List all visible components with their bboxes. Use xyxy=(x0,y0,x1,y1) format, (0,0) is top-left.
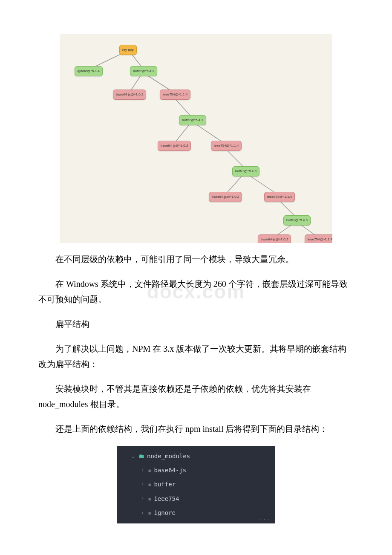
node-label: buffer@^5.4.3 xyxy=(133,69,154,73)
node-label: buffer@^5.4.3 xyxy=(182,118,203,122)
tree-node-root: my-app xyxy=(119,45,137,55)
tree-node: ignore@^5.1.4 xyxy=(75,66,103,76)
node-label: base64-js@^1.0.2 xyxy=(212,195,239,199)
tree-node: buffer@^5.4.3 xyxy=(130,66,157,76)
file-tree-item: › ▪ buffer xyxy=(117,477,275,491)
folder-label: ieee754 xyxy=(154,494,179,504)
chevron-down-icon: ⌄ xyxy=(132,452,136,461)
folder-icon: ▪ xyxy=(148,508,151,518)
tree-node: base64-js@^1.0.2 xyxy=(258,234,291,243)
chevron-right-icon: › xyxy=(141,494,145,503)
file-tree-item: › ▪ base64-js xyxy=(117,463,275,477)
tree-node: ieee754@^1.1.4 xyxy=(264,192,295,202)
tree-node: base64-js@^1.0.2 xyxy=(113,90,146,100)
tree-node: buffer@^5.4.3 xyxy=(179,115,206,125)
paragraph: 安装模块时，不管其是直接依赖还是子依赖的依赖，优先将其安装在 node_modu… xyxy=(38,381,354,412)
folder-icon: ▪ xyxy=(148,479,151,490)
node-label: ignore@^5.1.4 xyxy=(78,69,100,73)
node-label: base64-js@^1.0.2 xyxy=(261,237,288,241)
tree-node: ieee754@^1.1.4 xyxy=(305,234,332,243)
dependency-tree-diagram: my-app ignore@^5.1.4 buffer@^5.4.3 base6… xyxy=(60,34,332,243)
chevron-right-icon: › xyxy=(141,466,145,475)
paragraph: 在 Windows 系统中，文件路径最大长度为 260 个字符，嵌套层级过深可能… xyxy=(38,276,354,307)
file-tree-item: › ▪ ieee754 xyxy=(117,492,275,506)
node-label: base64-js@^1.0.2 xyxy=(116,92,143,96)
folder-icon: ▪ xyxy=(148,465,151,476)
tree-node: base64-js@^1.0.2 xyxy=(209,192,242,202)
node-label: ieee754@^1.1.4 xyxy=(308,237,332,241)
file-tree-root: ⌄ 🖿 node_modules xyxy=(117,449,275,463)
node-label: ieee754@^1.1.4 xyxy=(163,92,187,96)
folder-icon: ▪ xyxy=(148,494,151,504)
heading: 扁平结构 xyxy=(38,316,354,332)
node-label: my-app xyxy=(122,48,134,52)
image-footer-dots: . . . xyxy=(259,515,271,522)
folder-label: node_modules xyxy=(147,451,190,462)
node-label: ieee754@^1.1.4 xyxy=(267,195,292,199)
node-label: buffer@^5.4.3 xyxy=(286,218,308,222)
tree-edges xyxy=(60,34,332,243)
paragraph: 为了解决以上问题，NPM 在 3.x 版本做了一次较大更新。其将早期的嵌套结构改… xyxy=(38,341,354,372)
file-tree: ⌄ 🖿 node_modules › ▪ base64-js › ▪ buffe… xyxy=(117,446,275,523)
tree-node: buffer@^5.4.3 xyxy=(283,215,311,225)
paragraph: 还是上面的依赖结构，我们在执行 npm install 后将得到下面的目录结构： xyxy=(38,421,354,436)
tree-node: buffer@^5.4.3 xyxy=(232,166,259,176)
tree-node: ieee754@^1.1.4 xyxy=(211,141,242,151)
folder-label: base64-js xyxy=(154,465,186,476)
tree-node: base64-js@^1.0.2 xyxy=(158,141,191,151)
folder-label: buffer xyxy=(154,479,176,490)
tree-node: ieee754@^1.1.4 xyxy=(160,90,190,100)
chevron-right-icon: › xyxy=(141,509,145,518)
folder-label: ignore xyxy=(154,508,176,518)
paragraph: 在不同层级的依赖中，可能引用了同一个模块，导致大量冗余。 xyxy=(38,251,354,267)
folder-icon: 🖿 xyxy=(138,451,144,462)
node-label: buffer@^5.4.3 xyxy=(235,169,257,173)
node-label: ieee754@^1.1.4 xyxy=(214,144,239,147)
chevron-right-icon: › xyxy=(141,480,145,489)
file-tree-item: › ▪ ignore xyxy=(117,506,275,520)
node-label: base64-js@^1.0.2 xyxy=(161,144,188,147)
